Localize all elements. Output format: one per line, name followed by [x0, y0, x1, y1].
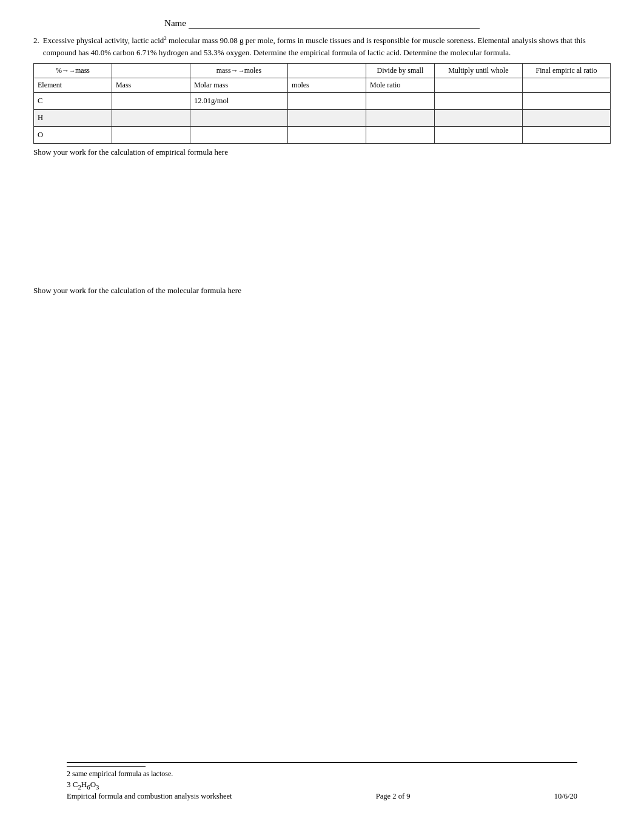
mass-c [112, 92, 190, 109]
header-final-ratio: Final empiric al ratio [522, 63, 610, 78]
formula-sub-6: 6 [87, 783, 90, 791]
formula-sub-3: 3 [96, 783, 99, 791]
header-multiply-whole: Multiply until whole [434, 63, 522, 78]
page-content: Name 2. Excessive physical activity, lac… [33, 18, 611, 819]
element-c: C [34, 92, 112, 109]
table-row-c: C 12.01g/mol [34, 92, 611, 109]
header-multiply-col [522, 78, 610, 92]
footer-section: 2 same empirical formula as lactose. 3 C… [67, 762, 577, 801]
header-mass-empty [112, 63, 190, 78]
molar-mass-c: 12.01g/mol [190, 92, 287, 109]
formula-sub-2: 2 [78, 783, 81, 791]
header-mass-col: Mass [112, 78, 190, 92]
name-label: Name [164, 18, 186, 28]
table-header-row-1: %→mass mass→moles Divide by small Multip… [34, 63, 611, 78]
question-block: 2. Excessive physical activity, lactic a… [33, 35, 611, 281]
element-o: O [34, 126, 112, 143]
header-divide-small: Divide by small [366, 63, 434, 78]
footnote-divider [67, 766, 146, 767]
divide-o [434, 126, 522, 143]
header-divide-col [434, 78, 522, 92]
header-moles-empty [288, 63, 366, 78]
final-c [522, 92, 610, 109]
mole-ratio-o [366, 126, 434, 143]
header-pct-mass: %→mass [34, 63, 112, 78]
final-h [522, 109, 610, 126]
question-body: Excessive physical activity, lactic acid… [43, 35, 611, 59]
mole-ratio-c [366, 92, 434, 109]
element-h: H [34, 109, 112, 126]
name-header: Name [33, 18, 611, 29]
empirical-work-space[interactable] [33, 160, 611, 281]
question-number: 2. [33, 35, 39, 59]
molar-mass-h [190, 109, 287, 126]
show-work-empirical-label: Show your work for the calculation of em… [33, 147, 611, 157]
header-mole-ratio-col: Mole ratio [366, 78, 434, 92]
header-moles-col: moles [288, 78, 366, 92]
question-text: 2. Excessive physical activity, lactic a… [33, 35, 611, 59]
mass-h [112, 109, 190, 126]
final-o [522, 126, 610, 143]
divide-h [434, 109, 522, 126]
footer-footnote: 2 same empirical formula as lactose. [67, 769, 577, 779]
moles-c [288, 92, 366, 109]
table-row-h: H [34, 109, 611, 126]
header-molar-mass-col: Molar mass [190, 78, 287, 92]
footer-bottom: Empirical formula and combustion analysi… [67, 792, 577, 801]
footnote-number: 2 [67, 769, 70, 778]
mole-ratio-h [366, 109, 434, 126]
molar-mass-o [190, 126, 287, 143]
formula-table: %→mass mass→moles Divide by small Multip… [33, 63, 611, 144]
show-work-molecular-label: Show your work for the calculation of th… [33, 286, 611, 296]
footer-formula: 3 C2H6O3 [67, 780, 577, 791]
divide-c [434, 92, 522, 109]
worksheet-name: Empirical formula and combustion analysi… [67, 792, 232, 801]
footnote-text: same empirical formula as lactose. [72, 769, 173, 778]
molecular-work-space[interactable] [33, 298, 611, 492]
header-mass-moles: mass→moles [190, 63, 287, 78]
table-header-row-2: Element Mass Molar mass moles Mole ratio [34, 78, 611, 92]
moles-h [288, 109, 366, 126]
page-number: Page 2 of 9 [376, 792, 411, 801]
date: 10/6/20 [554, 792, 577, 801]
moles-o [288, 126, 366, 143]
table-row-o: O [34, 126, 611, 143]
footnote-ref-2: 2 [164, 35, 167, 41]
header-element: Element [34, 78, 112, 92]
mass-o [112, 126, 190, 143]
name-underline[interactable] [189, 28, 480, 29]
